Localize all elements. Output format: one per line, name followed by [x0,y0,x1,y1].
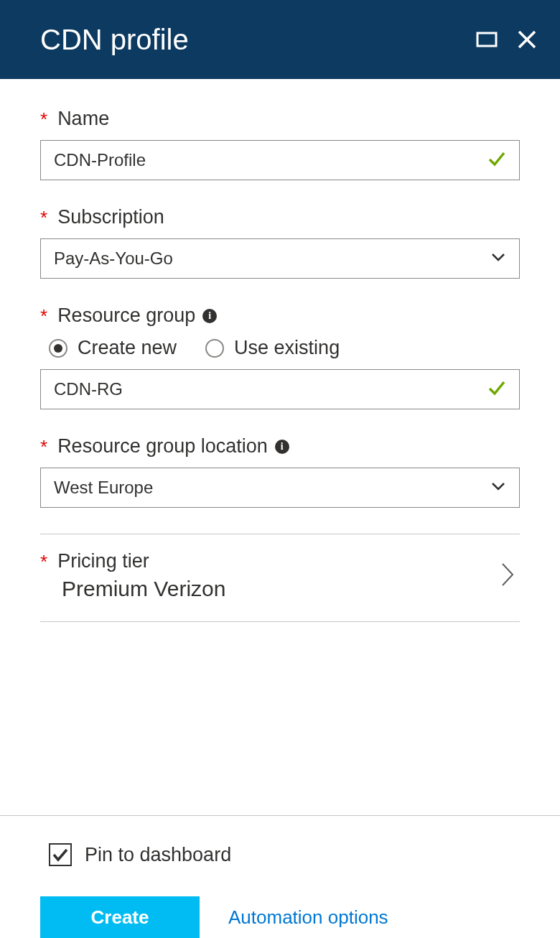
pin-checkbox-row: Pin to dashboard [49,843,520,866]
name-label: Name [57,108,109,130]
subscription-field: * Subscription Pay-As-You-Go [40,206,520,279]
pricing-tier-row[interactable]: * Pricing tier Premium Verizon [40,534,520,622]
location-label-row: * Resource group location i [40,435,520,458]
required-asterisk: * [40,307,47,325]
pin-checkbox[interactable] [49,843,72,866]
required-asterisk: * [40,208,47,227]
name-label-row: * Name [40,108,520,130]
radio-use-existing[interactable]: Use existing [205,337,340,359]
close-icon[interactable] [515,28,538,51]
chevron-right-icon [498,559,517,593]
required-asterisk: * [40,437,47,456]
automation-options-link[interactable]: Automation options [228,906,388,929]
location-label: Resource group location [57,435,268,458]
maximize-icon[interactable] [475,28,498,51]
header-actions [475,28,538,51]
pricing-label-row: * Pricing tier [40,550,498,572]
blade-footer: Pin to dashboard Create Automation optio… [0,815,560,938]
blade-title: CDN profile [40,24,475,56]
radio-create-label: Create new [78,337,177,359]
pricing-label: Pricing tier [57,550,149,572]
form-body: * Name * Subscription Pay-As-You-Go [0,79,560,815]
action-row: Create Automation options [40,896,520,938]
subscription-select-wrap: Pay-As-You-Go [40,238,520,279]
radio-icon [49,339,67,358]
location-select-wrap: West Europe [40,468,520,508]
resource-group-input-wrap [40,369,520,409]
resource-group-field: * Resource group i Create new Use existi… [40,305,520,409]
required-asterisk: * [40,552,47,571]
cdn-profile-blade: CDN profile * Name [0,0,560,938]
location-select[interactable]: West Europe [40,468,520,508]
resource-group-label: Resource group [57,305,195,327]
subscription-label: Subscription [57,206,164,228]
resource-group-label-row: * Resource group i [40,305,520,327]
radio-existing-label: Use existing [234,337,340,359]
location-field: * Resource group location i West Europe [40,435,520,508]
name-input-wrap [40,140,520,180]
create-button[interactable]: Create [40,896,200,938]
blade-header: CDN profile [0,0,560,79]
pin-label: Pin to dashboard [85,844,231,866]
pricing-value: Premium Verizon [62,577,498,601]
resource-group-input[interactable] [40,369,520,409]
info-icon[interactable]: i [275,440,289,454]
radio-icon [205,339,224,358]
pricing-tier-left: * Pricing tier Premium Verizon [40,550,498,601]
subscription-select[interactable]: Pay-As-You-Go [40,238,520,279]
name-input[interactable] [40,140,520,180]
info-icon[interactable]: i [202,309,217,323]
radio-create-new[interactable]: Create new [49,337,177,359]
svg-rect-0 [477,33,496,46]
required-asterisk: * [40,110,47,129]
subscription-label-row: * Subscription [40,206,520,228]
name-field: * Name [40,108,520,180]
location-value: West Europe [54,478,153,498]
subscription-value: Pay-As-You-Go [54,249,173,269]
resource-group-mode-radios: Create new Use existing [49,337,520,359]
